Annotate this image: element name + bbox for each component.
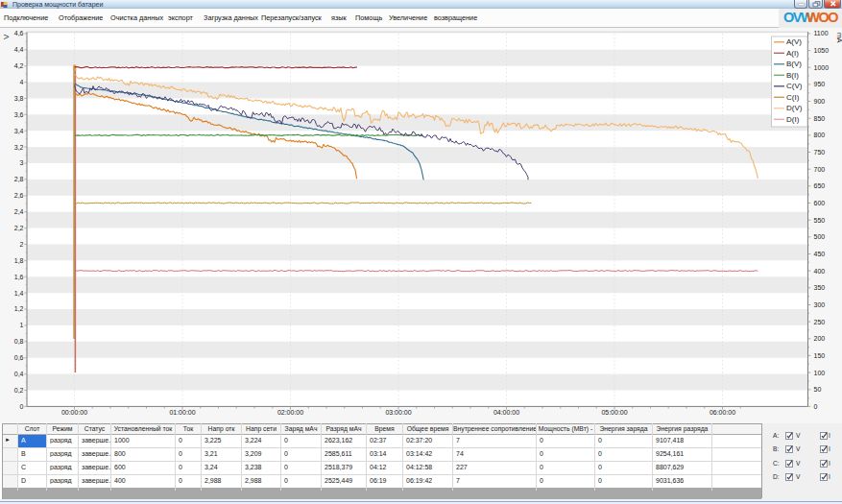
svg-text:1100: 1100 <box>814 30 829 36</box>
svg-text:C(I): C(I) <box>786 93 800 102</box>
svg-text:3,2: 3,2 <box>14 144 24 151</box>
svg-text:1: 1 <box>20 322 24 328</box>
svg-text:04:00:00: 04:00:00 <box>493 409 519 416</box>
svg-text:2,2: 2,2 <box>14 225 24 231</box>
svg-text:150: 150 <box>814 352 826 359</box>
svg-text:1,6: 1,6 <box>14 274 24 280</box>
svg-text:05:00:00: 05:00:00 <box>601 409 627 416</box>
svg-text:03:00:00: 03:00:00 <box>385 409 411 416</box>
svg-text:900: 900 <box>814 98 826 105</box>
svg-text:00:00:00: 00:00:00 <box>61 409 87 416</box>
svg-text:1,2: 1,2 <box>14 305 24 312</box>
svg-text:1,8: 1,8 <box>14 257 24 264</box>
svg-text:2,4: 2,4 <box>14 208 24 215</box>
svg-text:850: 850 <box>814 115 826 122</box>
svg-text:3,8: 3,8 <box>14 95 24 102</box>
svg-text:300: 300 <box>814 301 826 308</box>
svg-text:0,6: 0,6 <box>14 354 24 361</box>
svg-text:0: 0 <box>20 403 24 410</box>
svg-text:A(I): A(I) <box>786 49 799 58</box>
svg-text:550: 550 <box>814 217 826 224</box>
svg-text:3,4: 3,4 <box>14 128 24 134</box>
svg-text:350: 350 <box>814 284 826 291</box>
svg-text:02:00:00: 02:00:00 <box>277 409 303 416</box>
svg-text:50: 50 <box>814 386 822 393</box>
svg-text:1,4: 1,4 <box>14 290 24 297</box>
svg-text:1000: 1000 <box>814 64 830 71</box>
svg-text:B(I): B(I) <box>786 71 799 80</box>
svg-text:01:00:00: 01:00:00 <box>169 409 195 416</box>
svg-text:3: 3 <box>20 159 24 166</box>
svg-text:400: 400 <box>814 268 826 275</box>
svg-text:250: 250 <box>814 319 826 325</box>
svg-text:4,6: 4,6 <box>14 30 24 36</box>
svg-text:450: 450 <box>814 251 826 257</box>
svg-text:4,2: 4,2 <box>14 62 24 69</box>
svg-text:4,4: 4,4 <box>14 46 24 53</box>
svg-text:700: 700 <box>814 166 826 173</box>
svg-text:D(I): D(I) <box>786 115 800 124</box>
svg-text:06:00:00: 06:00:00 <box>710 409 735 416</box>
svg-text:600: 600 <box>814 200 826 206</box>
svg-text:750: 750 <box>814 149 826 156</box>
svg-text:200: 200 <box>814 335 826 342</box>
svg-text:V: V <box>2 34 11 39</box>
svg-text:950: 950 <box>814 81 826 87</box>
svg-text:2,8: 2,8 <box>14 176 24 182</box>
svg-text:2: 2 <box>20 241 24 248</box>
svg-text:2,6: 2,6 <box>14 192 24 199</box>
svg-text:650: 650 <box>814 182 826 189</box>
svg-text:B(V): B(V) <box>786 60 802 68</box>
svg-text:D(V): D(V) <box>786 104 803 112</box>
svg-text:C(V): C(V) <box>786 82 803 90</box>
svg-text:4: 4 <box>20 79 24 85</box>
svg-text:0,4: 0,4 <box>14 371 24 377</box>
svg-text:0,2: 0,2 <box>14 387 24 394</box>
svg-text:500: 500 <box>814 233 826 240</box>
svg-text:800: 800 <box>814 132 826 138</box>
svg-text:A(V): A(V) <box>786 37 802 46</box>
svg-text:mA: mA <box>836 33 842 43</box>
svg-text:1050: 1050 <box>814 47 830 54</box>
svg-text:100: 100 <box>814 370 826 376</box>
svg-text:3,6: 3,6 <box>14 111 24 118</box>
svg-text:0: 0 <box>814 403 818 410</box>
svg-text:0,8: 0,8 <box>14 338 24 345</box>
